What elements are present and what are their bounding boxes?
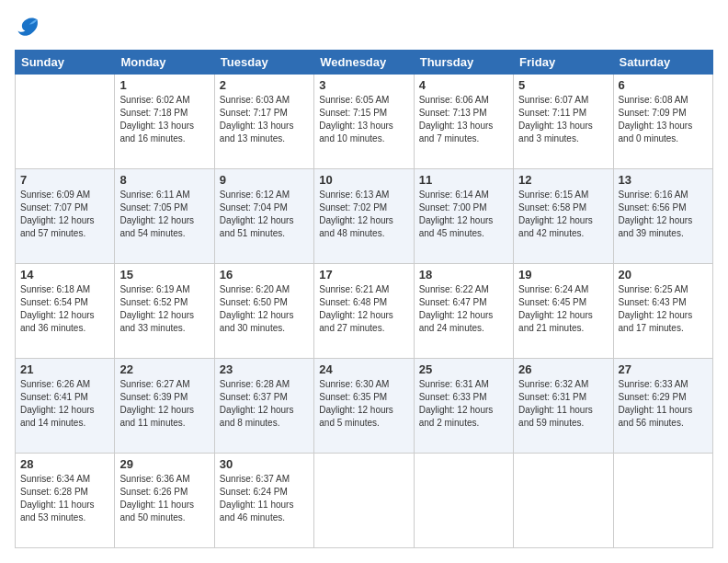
day-number: 22 [119,362,209,376]
day-number: 10 [319,173,408,187]
calendar-cell: 23Sunrise: 6:28 AMSunset: 6:37 PMDayligh… [214,359,313,454]
cell-info: Sunrise: 6:11 AMSunset: 7:05 PMDaylight:… [119,189,209,240]
cell-info: Sunrise: 6:31 AMSunset: 6:33 PMDaylight:… [419,378,508,430]
day-number: 29 [119,457,209,471]
cell-info: Sunrise: 6:19 AMSunset: 6:52 PMDaylight:… [119,283,209,335]
calendar-cell: 19Sunrise: 6:24 AMSunset: 6:45 PMDayligh… [514,264,613,359]
cell-info: Sunrise: 6:15 AMSunset: 6:58 PMDaylight:… [518,189,608,240]
cell-info: Sunrise: 6:26 AMSunset: 6:41 PMDaylight:… [20,378,109,430]
calendar-cell: 26Sunrise: 6:32 AMSunset: 6:31 PMDayligh… [514,359,613,454]
day-number: 23 [220,362,309,376]
day-number: 6 [619,78,708,92]
calendar-week-row: 1Sunrise: 6:02 AMSunset: 7:18 PMDaylight… [16,75,713,169]
cell-info: Sunrise: 6:07 AMSunset: 7:11 PMDaylight:… [518,94,608,145]
cell-info: Sunrise: 6:05 AMSunset: 7:15 PMDaylight:… [319,94,408,145]
header [15,15,713,40]
weekday-header-tuesday: Tuesday [214,51,313,75]
calendar-cell: 30Sunrise: 6:37 AMSunset: 6:24 PMDayligh… [214,454,313,548]
cell-info: Sunrise: 6:08 AMSunset: 7:09 PMDaylight:… [619,94,708,145]
calendar-cell: 15Sunrise: 6:19 AMSunset: 6:52 PMDayligh… [115,264,214,359]
calendar-cell: 11Sunrise: 6:14 AMSunset: 7:00 PMDayligh… [414,169,513,264]
calendar-cell: 16Sunrise: 6:20 AMSunset: 6:50 PMDayligh… [214,264,313,359]
day-number: 25 [419,362,508,376]
cell-info: Sunrise: 6:28 AMSunset: 6:37 PMDaylight:… [220,378,309,430]
cell-info: Sunrise: 6:18 AMSunset: 6:54 PMDaylight:… [20,283,109,335]
cell-info: Sunrise: 6:21 AMSunset: 6:48 PMDaylight:… [319,283,408,335]
calendar-cell [514,454,613,548]
calendar-cell: 28Sunrise: 6:34 AMSunset: 6:28 PMDayligh… [16,454,115,548]
day-number: 20 [619,268,708,282]
calendar-cell: 1Sunrise: 6:02 AMSunset: 7:18 PMDaylight… [115,75,214,169]
day-number: 2 [220,78,309,92]
cell-info: Sunrise: 6:03 AMSunset: 7:17 PMDaylight:… [220,94,309,145]
day-number: 21 [20,362,109,376]
cell-info: Sunrise: 6:20 AMSunset: 6:50 PMDaylight:… [220,283,309,335]
weekday-header-wednesday: Wednesday [314,51,414,75]
cell-info: Sunrise: 6:24 AMSunset: 6:45 PMDaylight:… [518,283,608,335]
cell-info: Sunrise: 6:34 AMSunset: 6:28 PMDaylight:… [20,473,109,524]
calendar-cell: 13Sunrise: 6:16 AMSunset: 6:56 PMDayligh… [613,169,712,264]
calendar-cell: 25Sunrise: 6:31 AMSunset: 6:33 PMDayligh… [414,359,513,454]
weekday-header-monday: Monday [115,51,214,75]
cell-info: Sunrise: 6:33 AMSunset: 6:29 PMDaylight:… [619,378,708,430]
calendar-week-row: 21Sunrise: 6:26 AMSunset: 6:41 PMDayligh… [16,359,713,454]
day-number: 15 [119,268,209,282]
day-number: 9 [220,173,309,187]
calendar-week-row: 14Sunrise: 6:18 AMSunset: 6:54 PMDayligh… [16,264,713,359]
calendar-cell: 29Sunrise: 6:36 AMSunset: 6:26 PMDayligh… [115,454,214,548]
day-number: 30 [220,457,309,471]
weekday-header-saturday: Saturday [613,51,712,75]
day-number: 19 [518,268,608,282]
calendar-cell: 8Sunrise: 6:11 AMSunset: 7:05 PMDaylight… [115,169,214,264]
calendar-cell: 7Sunrise: 6:09 AMSunset: 7:07 PMDaylight… [16,169,115,264]
weekday-header-thursday: Thursday [414,51,513,75]
day-number: 18 [419,268,508,282]
day-number: 26 [518,362,608,376]
calendar-cell: 20Sunrise: 6:25 AMSunset: 6:43 PMDayligh… [613,264,712,359]
day-number: 5 [518,78,608,92]
calendar-cell: 9Sunrise: 6:12 AMSunset: 7:04 PMDaylight… [214,169,313,264]
weekday-header-sunday: Sunday [16,51,115,75]
day-number: 1 [119,78,209,92]
calendar-table: SundayMondayTuesdayWednesdayThursdayFrid… [15,50,713,548]
weekday-header-friday: Friday [514,51,613,75]
calendar-cell [414,454,513,548]
day-number: 27 [619,362,708,376]
day-number: 13 [619,173,708,187]
cell-info: Sunrise: 6:06 AMSunset: 7:13 PMDaylight:… [419,94,508,145]
calendar-cell: 27Sunrise: 6:33 AMSunset: 6:29 PMDayligh… [613,359,712,454]
calendar-cell: 17Sunrise: 6:21 AMSunset: 6:48 PMDayligh… [314,264,414,359]
cell-info: Sunrise: 6:25 AMSunset: 6:43 PMDaylight:… [619,283,708,335]
calendar-cell [16,75,115,169]
calendar-cell: 18Sunrise: 6:22 AMSunset: 6:47 PMDayligh… [414,264,513,359]
day-number: 8 [119,173,209,187]
day-number: 28 [20,457,109,471]
calendar-week-row: 7Sunrise: 6:09 AMSunset: 7:07 PMDaylight… [16,169,713,264]
day-number: 24 [319,362,408,376]
cell-info: Sunrise: 6:02 AMSunset: 7:18 PMDaylight:… [119,94,209,145]
cell-info: Sunrise: 6:13 AMSunset: 7:02 PMDaylight:… [319,189,408,240]
cell-info: Sunrise: 6:14 AMSunset: 7:00 PMDaylight:… [419,189,508,240]
cell-info: Sunrise: 6:30 AMSunset: 6:35 PMDaylight:… [319,378,408,430]
day-number: 17 [319,268,408,282]
day-number: 14 [20,268,109,282]
calendar-cell: 6Sunrise: 6:08 AMSunset: 7:09 PMDaylight… [613,75,712,169]
calendar-cell: 12Sunrise: 6:15 AMSunset: 6:58 PMDayligh… [514,169,613,264]
cell-info: Sunrise: 6:36 AMSunset: 6:26 PMDaylight:… [119,473,209,524]
calendar-cell: 4Sunrise: 6:06 AMSunset: 7:13 PMDaylight… [414,75,513,169]
calendar-header-row: SundayMondayTuesdayWednesdayThursdayFrid… [16,51,713,75]
day-number: 11 [419,173,508,187]
cell-info: Sunrise: 6:09 AMSunset: 7:07 PMDaylight:… [20,189,109,240]
calendar-cell: 2Sunrise: 6:03 AMSunset: 7:17 PMDaylight… [214,75,313,169]
calendar-cell: 10Sunrise: 6:13 AMSunset: 7:02 PMDayligh… [314,169,414,264]
calendar-cell [613,454,712,548]
calendar-cell: 3Sunrise: 6:05 AMSunset: 7:15 PMDaylight… [314,75,414,169]
cell-info: Sunrise: 6:16 AMSunset: 6:56 PMDaylight:… [619,189,708,240]
calendar-cell: 5Sunrise: 6:07 AMSunset: 7:11 PMDaylight… [514,75,613,169]
logo-icon [15,15,40,40]
day-number: 3 [319,78,408,92]
calendar-cell [314,454,414,548]
cell-info: Sunrise: 6:27 AMSunset: 6:39 PMDaylight:… [119,378,209,430]
day-number: 7 [20,173,109,187]
day-number: 4 [419,78,508,92]
